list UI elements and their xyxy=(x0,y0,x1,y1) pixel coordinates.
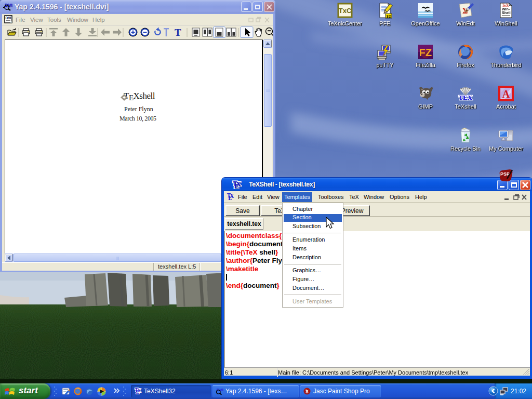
svg-text:A: A xyxy=(502,88,510,100)
svg-text:T: T xyxy=(175,27,181,38)
svg-text:X: X xyxy=(236,180,241,188)
svg-text:TEX: TEX xyxy=(459,94,473,101)
svg-text:TxC: TxC xyxy=(339,7,352,15)
svg-text:8: 8 xyxy=(305,389,308,394)
svg-text:DVI: DVI xyxy=(6,16,11,20)
svg-text:32: 32 xyxy=(387,14,391,19)
svg-text:FZ: FZ xyxy=(419,47,432,58)
svg-text:X: X xyxy=(230,193,234,199)
svg-text:Shell: Shell xyxy=(502,11,511,15)
svg-text:Win-: Win- xyxy=(502,7,510,11)
svg-text:X: X xyxy=(137,388,141,393)
